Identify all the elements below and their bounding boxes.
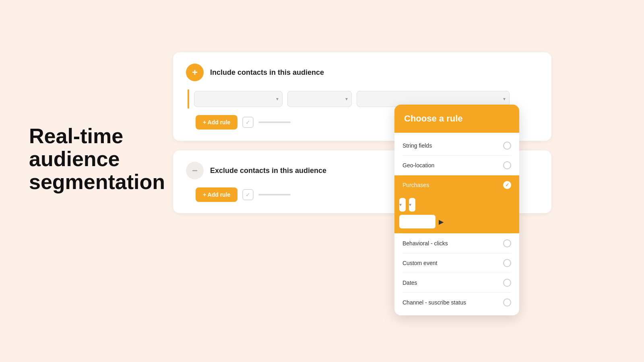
panel-header-title: Choose a rule [404,113,510,124]
panel-item-label-string-fields: String fields [402,142,432,149]
cursor-icon: ▶ [439,218,444,226]
radio-dates [503,279,511,287]
exclude-footer-label [258,194,291,195]
exclude-icon: − [186,162,204,179]
radio-behavioral-clicks [503,239,511,247]
panel-item-label-purchases: Purchases [402,182,429,188]
purchases-selects [399,198,514,212]
page-title: Real-time audience segmentation [29,125,158,194]
radio-geo-location [503,161,511,169]
choose-rule-panel: Choose a rule String fields Geo-location… [394,105,519,315]
panel-list: String fields Geo-location Purchases [394,133,519,315]
panel-item-label-dates: Dates [402,280,417,286]
title-line1: Real-time [29,124,123,148]
include-footer-label [258,121,291,123]
panel-item-dates[interactable]: Dates [394,273,519,292]
radio-custom-event [503,259,511,267]
include-icon: + [186,64,204,81]
panel-item-string-fields[interactable]: String fields [394,136,519,155]
panel-item-custom-event[interactable]: Custom event [394,253,519,273]
purchases-select-2[interactable] [409,198,415,212]
purchases-select-wrapper-1 [399,198,406,212]
include-check-icon[interactable]: ✓ [242,117,254,128]
rule-select-2[interactable] [287,91,352,107]
panel-item-channel-subscribe[interactable]: Channel - suscribe status [394,293,519,312]
purchases-sub-panel: ▶ [394,195,519,233]
panel-header: Choose a rule [394,105,519,133]
panel-item-purchases[interactable]: Purchases [394,175,519,195]
panel-item-behavioral-clicks[interactable]: Behavioral - clicks [394,234,519,253]
purchases-cursor-row: ▶ [399,215,514,228]
title-line2: audience [29,147,120,171]
include-card-title: Include contacts in this audience [210,68,324,77]
panel-item-label-channel-subscribe: Channel - suscribe status [402,299,466,306]
panel-item-geo-location[interactable]: Geo-location [394,156,519,175]
exclude-check-icon[interactable]: ✓ [242,189,254,200]
radio-string-fields [503,142,511,150]
exclude-add-rule-button[interactable]: + Add rule [196,187,237,202]
panel-item-label-behavioral-clicks: Behavioral - clicks [402,240,448,247]
panel-item-label-custom-event: Custom event [402,260,437,266]
rule-select-wrapper-2 [287,91,352,107]
radio-purchases [503,181,511,189]
radio-channel-subscribe [503,298,511,306]
title-line3: segmentation [29,170,165,193]
purchases-select-1[interactable] [399,198,406,212]
rule-select-wrapper-1 [194,91,283,107]
purchases-select-wrapper-2 [409,198,415,212]
include-card-header: + Include contacts in this audience [186,64,539,81]
include-add-rule-button[interactable]: + Add rule [196,115,237,130]
panel-item-label-geo-location: Geo-location [402,162,434,169]
purchases-input[interactable] [399,215,436,228]
rule-select-1[interactable] [194,91,283,107]
exclude-card-title: Exclude contacts in this audience [210,167,326,175]
rule-indicator [188,89,189,109]
